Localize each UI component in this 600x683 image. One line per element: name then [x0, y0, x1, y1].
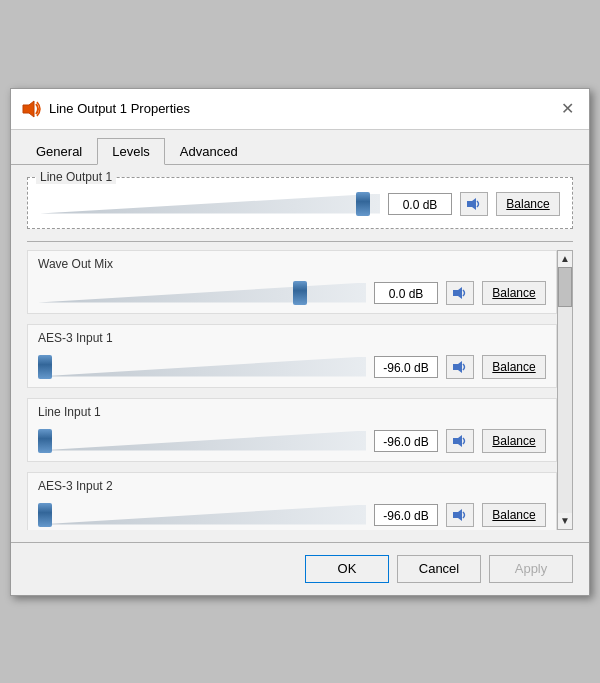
channel-aes3-input2-label: AES-3 Input 2: [38, 479, 546, 493]
svg-marker-4: [453, 435, 462, 447]
channel-aes3-input1-slider-container: [38, 353, 366, 381]
channel-aes3-input2-db: -96.0 dB: [374, 504, 438, 526]
main-output-slider-track: [40, 194, 380, 214]
title-bar-left: Line Output 1 Properties: [21, 99, 190, 119]
main-output-slider-thumb[interactable]: [356, 192, 370, 216]
channel-wave-out-mix-bg: [38, 283, 366, 303]
speaker-icon-li1: [452, 433, 468, 449]
channel-line-input1-db: -96.0 dB: [374, 430, 438, 452]
channel-wave-out-mix-slider-row: 0.0 dB Balance: [38, 275, 546, 307]
scrollbar: ▲ ▼: [557, 250, 573, 530]
speaker-icon-wom: [452, 285, 468, 301]
dialog: Line Output 1 Properties ✕ General Level…: [10, 88, 590, 596]
main-output-slider-bg: [40, 194, 380, 214]
channel-aes3-input1-speaker[interactable]: [446, 355, 474, 379]
section-divider: [27, 241, 573, 242]
channel-line-input1-slider-row: -96.0 dB Balance: [38, 423, 546, 455]
title-bar: Line Output 1 Properties ✕: [11, 89, 589, 130]
tab-advanced[interactable]: Advanced: [165, 138, 253, 165]
tab-general[interactable]: General: [21, 138, 97, 165]
speaker-icon-aes2: [452, 507, 468, 523]
ok-button[interactable]: OK: [305, 555, 389, 583]
channel-wave-out-mix-label: Wave Out Mix: [38, 257, 546, 271]
channel-aes3-input1: AES-3 Input 1 -96.0 dB: [27, 324, 557, 388]
close-button[interactable]: ✕: [555, 97, 579, 121]
scroll-up-button[interactable]: ▲: [558, 251, 572, 267]
channel-wave-out-mix-slider-container: [38, 279, 366, 307]
main-output-label: Line Output 1: [36, 170, 116, 184]
channel-line-input1: Line Input 1 -96.0 dB: [27, 398, 557, 462]
apply-button[interactable]: Apply: [489, 555, 573, 583]
channel-aes3-input1-db: -96.0 dB: [374, 356, 438, 378]
main-output-slider-container: [40, 190, 380, 218]
speaker-icon: [466, 196, 482, 212]
content-area: Line Output 1 0.0 dB: [11, 165, 589, 542]
svg-marker-0: [23, 101, 34, 117]
main-output-box: Line Output 1 0.0 dB: [27, 177, 573, 229]
channel-line-input1-balance[interactable]: Balance: [482, 429, 546, 453]
main-output-slider-row: 0.0 dB Balance: [40, 186, 560, 218]
channel-aes3-input2: AES-3 Input 2 -96.0 dB: [27, 472, 557, 530]
scroll-thumb[interactable]: [558, 267, 572, 307]
channel-aes3-input1-bg: [38, 357, 366, 377]
channel-line-input1-bg: [38, 431, 366, 451]
tab-levels[interactable]: Levels: [97, 138, 165, 165]
channel-aes3-input2-speaker[interactable]: [446, 503, 474, 527]
svg-marker-5: [453, 509, 462, 521]
channel-aes3-input1-track: [38, 357, 366, 377]
channel-line-input1-speaker[interactable]: [446, 429, 474, 453]
channel-aes3-input1-balance[interactable]: Balance: [482, 355, 546, 379]
channel-line-input1-label: Line Input 1: [38, 405, 546, 419]
channel-line-input1-slider-container: [38, 427, 366, 455]
channel-aes3-input1-thumb[interactable]: [38, 355, 52, 379]
channel-aes3-input2-balance[interactable]: Balance: [482, 503, 546, 527]
channel-aes3-input2-slider-container: [38, 501, 366, 529]
audio-icon: [21, 99, 41, 119]
scroll-track: [558, 267, 572, 513]
channel-wave-out-mix: Wave Out Mix 0.0 dB: [27, 250, 557, 314]
channel-wave-out-mix-thumb[interactable]: [293, 281, 307, 305]
channels-section: Wave Out Mix 0.0 dB: [27, 250, 573, 530]
main-output-speaker-button[interactable]: [460, 192, 488, 216]
main-output-section: Line Output 1 0.0 dB: [27, 177, 573, 229]
speaker-icon-aes1: [452, 359, 468, 375]
main-output-db-display: 0.0 dB: [388, 193, 452, 215]
channel-aes3-input1-label: AES-3 Input 1: [38, 331, 546, 345]
channel-wave-out-mix-balance[interactable]: Balance: [482, 281, 546, 305]
tab-bar: General Levels Advanced: [11, 130, 589, 165]
svg-marker-2: [453, 287, 462, 299]
channel-aes3-input2-slider-row: -96.0 dB Balance: [38, 497, 546, 529]
svg-marker-1: [467, 198, 476, 210]
channel-line-input1-track: [38, 431, 366, 451]
channel-wave-out-mix-track: [38, 283, 366, 303]
footer: OK Cancel Apply: [11, 542, 589, 595]
scroll-down-button[interactable]: ▼: [558, 513, 572, 529]
channel-aes3-input2-track: [38, 505, 366, 525]
svg-marker-3: [453, 361, 462, 373]
channel-wave-out-mix-db: 0.0 dB: [374, 282, 438, 304]
channel-aes3-input2-thumb[interactable]: [38, 503, 52, 527]
channel-line-input1-thumb[interactable]: [38, 429, 52, 453]
cancel-button[interactable]: Cancel: [397, 555, 481, 583]
main-output-balance-button[interactable]: Balance: [496, 192, 560, 216]
channel-aes3-input2-bg: [38, 505, 366, 525]
channel-aes3-input1-slider-row: -96.0 dB Balance: [38, 349, 546, 381]
window-title: Line Output 1 Properties: [49, 101, 190, 116]
channel-wave-out-mix-speaker[interactable]: [446, 281, 474, 305]
channels-content: Wave Out Mix 0.0 dB: [27, 250, 573, 530]
